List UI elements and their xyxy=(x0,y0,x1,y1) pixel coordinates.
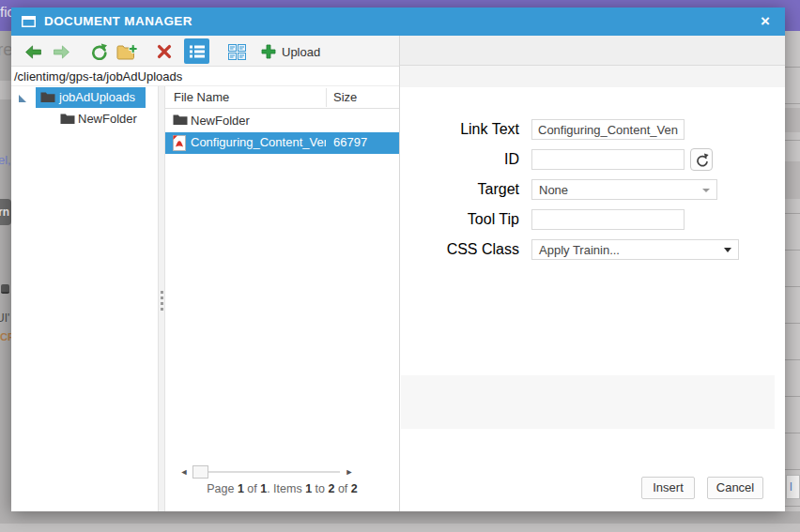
file-row-newfolder[interactable]: NewFolder xyxy=(165,111,399,131)
delete-button[interactable] xyxy=(154,42,175,61)
delete-x-icon xyxy=(157,44,172,59)
tree-item-jobaduploads[interactable]: jobAdUploads xyxy=(11,87,158,108)
tree-item-newfolder[interactable]: NewFolder xyxy=(11,109,158,129)
upload-label: Upload xyxy=(282,45,320,59)
document-manager-dialog: DOCUMENT MANAGER × xyxy=(11,8,785,511)
new-folder-button[interactable] xyxy=(116,42,137,61)
dialog-title: DOCUMENT MANAGER xyxy=(44,8,192,36)
scroll-left-icon[interactable]: ◄ xyxy=(178,464,190,479)
screen: fic re el, rn UI' CRI l DOCUMENT MANAGER… xyxy=(0,0,800,532)
file-size-cell: 66797 xyxy=(333,132,367,153)
file-list: File Name Size NewFolder Configuring_Con… xyxy=(165,86,399,511)
chevron-down-icon xyxy=(702,189,710,192)
preview-section xyxy=(401,375,775,429)
list-view-icon xyxy=(190,45,205,58)
new-folder-icon xyxy=(116,44,137,60)
list-view-button[interactable] xyxy=(184,38,209,64)
file-list-header: File Name Size xyxy=(165,86,399,109)
pager-number: 1 xyxy=(238,482,244,495)
background-link-fragment: el, xyxy=(0,153,11,167)
back-button[interactable] xyxy=(23,42,43,61)
pager-text: of xyxy=(244,482,260,495)
horizontal-scrollbar[interactable]: ◄ ► xyxy=(165,464,399,479)
column-header-size[interactable]: Size xyxy=(333,86,357,108)
tool-tip-label: Tool Tip xyxy=(416,209,519,230)
right-panel-toolbar-strip xyxy=(399,36,785,66)
column-header-file-name[interactable]: File Name xyxy=(174,86,229,108)
pager-text: . Items xyxy=(267,482,305,495)
breadcrumb: /clientimg/gps-ta/jobAdUploads xyxy=(11,67,399,86)
scrollbar-thumb[interactable] xyxy=(192,465,208,479)
insert-button[interactable]: Insert xyxy=(641,477,695,499)
upload-button[interactable]: Upload xyxy=(261,40,346,63)
dialog-titlebar[interactable]: DOCUMENT MANAGER × xyxy=(11,8,785,36)
grid-view-icon xyxy=(228,44,246,60)
close-icon[interactable]: × xyxy=(754,8,777,36)
background-icon xyxy=(1,284,9,294)
css-class-value: Apply Trainin... xyxy=(539,240,620,260)
background-button-fragment: rn xyxy=(0,199,11,225)
pdf-file-icon xyxy=(173,135,186,151)
target-label: Target xyxy=(416,179,519,200)
tree-item-label: NewFolder xyxy=(78,109,137,129)
folder-icon xyxy=(173,114,188,126)
refresh-icon xyxy=(90,43,107,60)
forward-arrow-icon xyxy=(53,45,70,59)
file-name-cell: NewFolder xyxy=(191,111,326,131)
tree-collapse-icon[interactable] xyxy=(19,95,26,102)
file-name-cell: Configuring_Content_Vendor xyxy=(191,132,326,153)
pager-text: Page xyxy=(207,482,238,495)
target-value: None xyxy=(539,180,568,200)
css-class-label: CSS Class xyxy=(416,239,519,260)
pager-text: to xyxy=(312,482,328,495)
cancel-button[interactable]: Cancel xyxy=(707,477,763,499)
link-text-input[interactable] xyxy=(531,119,685,140)
forward-button[interactable] xyxy=(51,42,71,61)
folder-icon xyxy=(40,91,55,103)
refresh-button[interactable] xyxy=(88,42,109,61)
back-arrow-icon xyxy=(24,45,42,59)
scroll-right-icon[interactable]: ► xyxy=(344,464,355,479)
folder-tree: jobAdUploads NewFolder xyxy=(11,86,158,511)
folder-icon xyxy=(60,113,75,125)
id-input[interactable] xyxy=(531,149,685,170)
grid-view-button[interactable] xyxy=(225,40,248,63)
splitter-grip-icon xyxy=(161,291,163,311)
link-text-label: Link Text xyxy=(416,119,519,140)
pager-text: of xyxy=(334,482,350,495)
background-bottom-band xyxy=(0,524,800,532)
tool-tip-input[interactable] xyxy=(531,209,685,230)
scrollbar-track[interactable] xyxy=(193,471,340,473)
regenerate-icon xyxy=(695,153,709,167)
file-toolbar: Upload xyxy=(11,36,399,67)
pager-number: 2 xyxy=(351,482,358,495)
target-dropdown[interactable]: None xyxy=(531,179,717,200)
panel-splitter[interactable] xyxy=(158,86,165,511)
background-table-rows xyxy=(785,31,800,511)
id-label: ID xyxy=(416,149,519,170)
background-table-cell xyxy=(785,108,800,132)
background-button-fragment: l xyxy=(786,475,800,499)
background-text-fragment: UI' xyxy=(0,312,9,325)
upload-plus-icon xyxy=(261,44,276,59)
file-row-selected-pdf[interactable]: Configuring_Content_Vendor 66797 xyxy=(165,132,399,154)
background-row-band xyxy=(0,81,11,99)
background-table-cell xyxy=(785,161,800,199)
css-class-dropdown[interactable]: Apply Trainin... xyxy=(531,239,739,260)
chevron-down-icon xyxy=(724,248,731,252)
generate-id-button[interactable] xyxy=(690,148,713,171)
column-separator xyxy=(326,88,327,107)
pager-status: Page 1 of 1. Items 1 to 2 of 2 xyxy=(165,482,399,495)
right-panel-path-strip xyxy=(399,66,785,87)
window-icon xyxy=(22,16,36,27)
tree-item-label: jobAdUploads xyxy=(59,87,135,108)
